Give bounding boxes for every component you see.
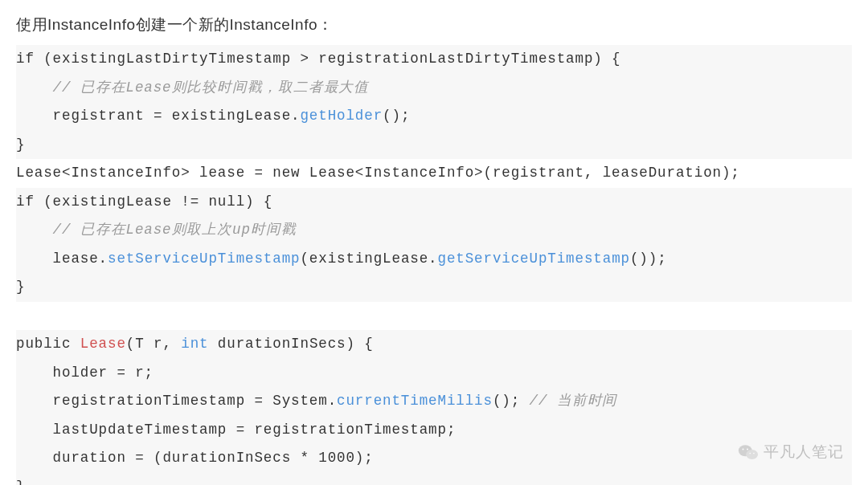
- code-text: lease.: [16, 251, 108, 267]
- code-line: lease.setServiceUpTimestamp(existingLeas…: [16, 245, 852, 274]
- method-call: setServiceUpTimestamp: [108, 251, 300, 267]
- code-text: [16, 222, 53, 238]
- svg-point-1: [746, 450, 758, 459]
- code-line: holder = r;: [16, 359, 852, 388]
- code-text: registrant = existingLease.: [16, 108, 300, 124]
- watermark-text: 平凡人笔记: [764, 442, 844, 463]
- svg-point-5: [753, 453, 755, 454]
- svg-point-2: [742, 448, 743, 450]
- method-call: getServiceUpTimestamp: [438, 251, 630, 267]
- code-text: ();: [383, 108, 410, 124]
- code-line: registrationTimestamp = System.currentTi…: [16, 387, 852, 416]
- code-line: duration = (durationInSecs * 1000);: [16, 444, 852, 473]
- code-line: Lease<InstanceInfo> lease = new Lease<In…: [16, 159, 852, 188]
- code-text: public: [16, 336, 80, 352]
- code-line: }: [16, 273, 852, 302]
- code-line: if (existingLease != null) {: [16, 188, 852, 217]
- code-line: }: [16, 131, 852, 160]
- code-text: durationInSecs) {: [208, 336, 373, 352]
- code-comment: // 已存在Lease则比较时间戳，取二者最大值: [53, 79, 370, 96]
- code-line: public Lease(T r, int durationInSecs) {: [16, 330, 852, 359]
- method-call: currentTimeMillis: [337, 393, 493, 409]
- code-comment: // 已存在Lease则取上次up时间戳: [53, 222, 297, 238]
- code-line-blank: [16, 302, 852, 331]
- code-comment: // 当前时间: [530, 393, 618, 409]
- code-line: if (existingLastDirtyTimestamp > registr…: [16, 45, 852, 74]
- section-heading: 使用InstanceInfo创建一个新的InstanceInfo：: [16, 14, 852, 35]
- code-text: registrationTimestamp = System.: [16, 393, 337, 409]
- code-text: (existingLease.: [300, 251, 437, 267]
- svg-point-3: [747, 448, 748, 450]
- class-name: Lease: [80, 336, 126, 352]
- watermark: 平凡人笔记: [738, 442, 844, 463]
- code-line: }: [16, 473, 852, 486]
- code-line: lastUpdateTimestamp = registrationTimest…: [16, 416, 852, 445]
- code-text: ();: [493, 393, 530, 409]
- code-line: // 已存在Lease则取上次up时间戳: [16, 216, 852, 245]
- code-text: [16, 79, 53, 96]
- keyword: int: [181, 336, 208, 352]
- code-text: (T r,: [126, 336, 181, 352]
- code-block: if (existingLastDirtyTimestamp > registr…: [16, 45, 852, 485]
- method-call: getHolder: [300, 108, 383, 124]
- code-line: registrant = existingLease.getHolder();: [16, 102, 852, 131]
- code-text: ());: [630, 251, 667, 267]
- svg-point-4: [749, 453, 751, 454]
- code-line: // 已存在Lease则比较时间戳，取二者最大值: [16, 74, 852, 103]
- wechat-icon: [738, 443, 759, 461]
